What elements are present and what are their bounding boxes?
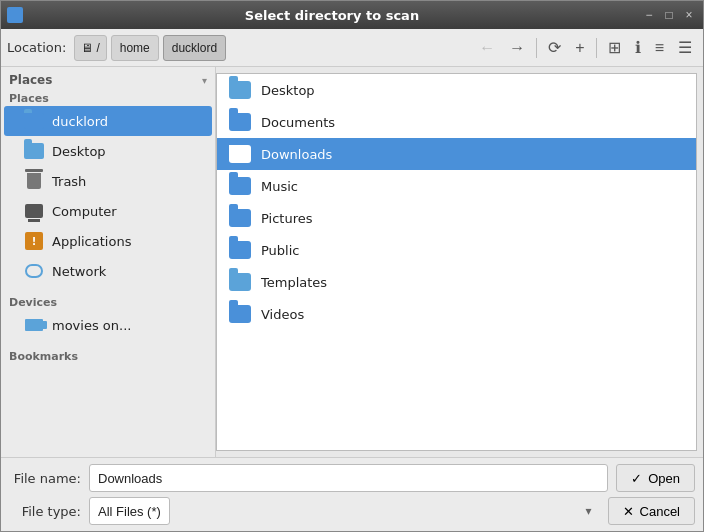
file-item-documents[interactable]: Documents bbox=[217, 106, 696, 138]
file-browser: Desktop Documents Downloads Music Pictur… bbox=[216, 73, 697, 451]
folder-icon-downloads bbox=[229, 145, 251, 163]
titlebar: Select directory to scan − □ × bbox=[1, 1, 703, 29]
applications-icon: ! bbox=[24, 231, 44, 251]
sidebar-item-ducklord[interactable]: ducklord bbox=[4, 106, 212, 136]
device-icon bbox=[24, 315, 44, 335]
file-label-desktop: Desktop bbox=[261, 83, 315, 98]
root-button[interactable]: 🖥 / bbox=[74, 35, 106, 61]
devices-section-label: Devices bbox=[1, 290, 215, 310]
cancel-label: Cancel bbox=[640, 504, 680, 519]
detail-view-button[interactable]: ☰ bbox=[673, 35, 697, 61]
grid-view-button[interactable]: ⊞ bbox=[603, 35, 626, 61]
file-label-downloads: Downloads bbox=[261, 147, 332, 162]
cancel-button[interactable]: ✕ Cancel bbox=[608, 497, 695, 525]
filename-row: File name: ✓ Open bbox=[9, 464, 695, 492]
file-label-music: Music bbox=[261, 179, 298, 194]
locationbar: Location: 🖥 / home ducklord ← → ⟳ + ⊞ ℹ … bbox=[1, 29, 703, 67]
info-button[interactable]: ℹ bbox=[630, 35, 646, 61]
places-section-header[interactable]: Places ▾ bbox=[1, 67, 215, 90]
folder-icon-music bbox=[229, 177, 251, 195]
computer-icon bbox=[24, 201, 44, 221]
sidebar-item-label-movies: movies on... bbox=[52, 318, 131, 333]
bookmarks-section-label: Bookmarks bbox=[1, 344, 215, 364]
list-view-button[interactable]: ≡ bbox=[650, 35, 669, 61]
root-sep: / bbox=[96, 41, 99, 55]
sidebar-item-label-trash: Trash bbox=[52, 174, 86, 189]
folder-icon-desktop bbox=[229, 81, 251, 99]
places-chevron-icon: ▾ bbox=[202, 75, 207, 86]
maximize-button[interactable]: □ bbox=[661, 7, 677, 23]
folder-icon-videos bbox=[229, 305, 251, 323]
file-label-templates: Templates bbox=[261, 275, 327, 290]
titlebar-app-icon bbox=[7, 7, 23, 23]
file-item-music[interactable]: Music bbox=[217, 170, 696, 202]
toolbar-separator-2 bbox=[596, 38, 597, 58]
forward-button[interactable]: → bbox=[504, 35, 530, 61]
file-item-videos[interactable]: Videos bbox=[217, 298, 696, 330]
open-checkmark-icon: ✓ bbox=[631, 471, 642, 486]
filetype-row: File type: All Files (*) ✕ Cancel bbox=[9, 497, 695, 525]
cancel-x-icon: ✕ bbox=[623, 504, 634, 519]
open-button[interactable]: ✓ Open bbox=[616, 464, 695, 492]
sidebar-item-label-ducklord: ducklord bbox=[52, 114, 108, 129]
places-section-label: Places bbox=[9, 73, 52, 87]
file-item-desktop[interactable]: Desktop bbox=[217, 74, 696, 106]
trash-icon bbox=[24, 171, 44, 191]
toolbar-separator-1 bbox=[536, 38, 537, 58]
back-button[interactable]: ← bbox=[474, 35, 500, 61]
main-area: Places ▾ Places ducklord Desktop bbox=[1, 67, 703, 457]
sidebar-item-label-applications: Applications bbox=[52, 234, 131, 249]
minimize-button[interactable]: − bbox=[641, 7, 657, 23]
sidebar-item-computer[interactable]: Computer bbox=[4, 196, 212, 226]
folder-icon-pictures bbox=[229, 209, 251, 227]
file-label-videos: Videos bbox=[261, 307, 304, 322]
filename-label: File name: bbox=[9, 471, 81, 486]
close-button[interactable]: × bbox=[681, 7, 697, 23]
refresh-button[interactable]: ⟳ bbox=[543, 35, 566, 61]
open-label: Open bbox=[648, 471, 680, 486]
filename-input[interactable] bbox=[89, 464, 608, 492]
sidebar-item-trash[interactable]: Trash bbox=[4, 166, 212, 196]
sidebar-item-label-desktop: Desktop bbox=[52, 144, 106, 159]
home-button[interactable]: home bbox=[111, 35, 159, 61]
places-sub-label: Places bbox=[1, 90, 215, 106]
bottom-area: File name: ✓ Open File type: All Files (… bbox=[1, 457, 703, 531]
home-folder-icon bbox=[24, 111, 44, 131]
new-folder-button[interactable]: + bbox=[570, 35, 589, 61]
sidebar-item-applications[interactable]: ! Applications bbox=[4, 226, 212, 256]
file-item-public[interactable]: Public bbox=[217, 234, 696, 266]
file-item-templates[interactable]: Templates bbox=[217, 266, 696, 298]
sidebar-item-label-network: Network bbox=[52, 264, 106, 279]
filetype-select-wrapper: All Files (*) bbox=[89, 497, 600, 525]
file-item-downloads[interactable]: Downloads bbox=[217, 138, 696, 170]
folder-icon-documents bbox=[229, 113, 251, 131]
file-item-pictures[interactable]: Pictures bbox=[217, 202, 696, 234]
sidebar-item-movies[interactable]: movies on... bbox=[4, 310, 212, 340]
sidebar: Places ▾ Places ducklord Desktop bbox=[1, 67, 216, 457]
file-label-public: Public bbox=[261, 243, 299, 258]
sidebar-item-desktop[interactable]: Desktop bbox=[4, 136, 212, 166]
filetype-select[interactable]: All Files (*) bbox=[89, 497, 170, 525]
dialog-window: Select directory to scan − □ × Location:… bbox=[0, 0, 704, 532]
network-icon bbox=[24, 261, 44, 281]
filetype-label: File type: bbox=[9, 504, 81, 519]
folder-icon-public bbox=[229, 241, 251, 259]
sidebar-item-network[interactable]: Network bbox=[4, 256, 212, 286]
computer-icon: 🖥 bbox=[81, 41, 93, 55]
titlebar-controls: − □ × bbox=[641, 7, 697, 23]
file-label-pictures: Pictures bbox=[261, 211, 312, 226]
sidebar-item-label-computer: Computer bbox=[52, 204, 117, 219]
titlebar-title: Select directory to scan bbox=[23, 8, 641, 23]
current-dir-button[interactable]: ducklord bbox=[163, 35, 226, 61]
file-label-documents: Documents bbox=[261, 115, 335, 130]
desktop-folder-icon bbox=[24, 141, 44, 161]
location-label: Location: bbox=[7, 40, 66, 55]
folder-icon-templates bbox=[229, 273, 251, 291]
